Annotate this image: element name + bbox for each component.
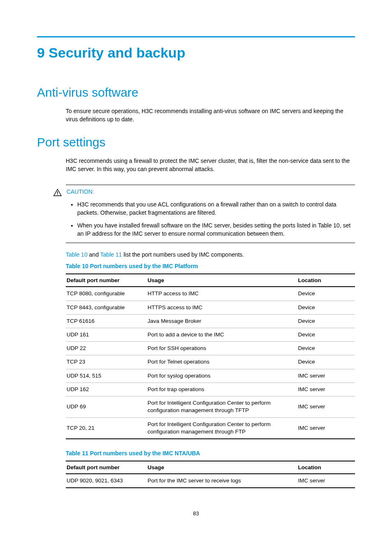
table-cell-location: Device [297, 355, 355, 369]
table-cell-location: IMC server [297, 369, 355, 382]
table-row: TCP 61616Java Message BrokerDevice [66, 314, 355, 328]
table-row: TCP 23Port for Telnet operationsDevice [66, 355, 355, 369]
table-cell-usage: HTTPS access to IMC [147, 301, 297, 314]
top-rule [37, 36, 355, 37]
portsettings-body: H3C recommends using a firewall to prote… [66, 157, 355, 174]
table-cell-port: UDP 9020, 9021, 6343 [66, 474, 147, 488]
table-cell-port: TCP 8080, configurable [66, 287, 147, 301]
table-cell-port: UDP 514, 515 [66, 369, 147, 382]
section-antivirus-title: Anti-virus software [37, 86, 355, 100]
table-row: UDP 162Port for trap operationsIMC serve… [66, 382, 355, 396]
antivirus-body: To ensure secure operations, H3C recomme… [66, 107, 355, 124]
table-row: UDP 514, 515Port for syslog operationsIM… [66, 369, 355, 382]
table-cell-location: Device [297, 328, 355, 342]
table-row: TCP 8080, configurableHTTP access to IMC… [66, 287, 355, 301]
table11-header-port: Default port number [66, 461, 147, 474]
table11-header-location: Location [297, 461, 355, 474]
table-cell-usage: Port for trap operations [147, 382, 297, 396]
page-number: 83 [0, 510, 392, 517]
table-cell-location: Device [297, 287, 355, 301]
table-cell-location: IMC server [297, 382, 355, 396]
table-cell-usage: Port for syslog operations [147, 369, 297, 382]
caution-box: CAUTION: H3C recommends that you use ACL… [66, 185, 355, 243]
table-cell-location: Device [297, 314, 355, 328]
svg-rect-0 [57, 191, 58, 194]
table-row: UDP 22Port for SSH operationsDevice [66, 342, 355, 355]
caution-icon [53, 189, 64, 198]
table11-link[interactable]: Table 11 [100, 251, 122, 258]
table-cell-usage: Port for the IMC server to receive logs [147, 474, 297, 488]
table-row: TCP 8443, configurableHTTPS access to IM… [66, 301, 355, 314]
table-cell-port: UDP 161 [66, 328, 147, 342]
caution-item: When you have installed firewall softwar… [77, 221, 355, 238]
ref-mid: and [88, 251, 100, 258]
table10: Default port number Usage Location TCP 8… [66, 273, 355, 439]
table-cell-usage: Java Message Broker [147, 314, 297, 328]
table-row: UDP 69Port for Intelligent Configuration… [66, 396, 355, 417]
table-cell-location: IMC server [297, 396, 355, 417]
table-cell-usage: Port to add a device to the IMC [147, 328, 297, 342]
table-cell-port: TCP 8443, configurable [66, 301, 147, 314]
table-cell-port: UDP 162 [66, 382, 147, 396]
table-row: UDP 9020, 9021, 6343Port for the IMC ser… [66, 474, 355, 488]
chapter-title: 9 Security and backup [37, 45, 355, 61]
table-cell-usage: Port for Intelligent Configuration Cente… [147, 396, 297, 417]
table10-link[interactable]: Table 10 [66, 251, 88, 258]
table-cell-usage: Port for Telnet operations [147, 355, 297, 369]
table-cell-port: TCP 61616 [66, 314, 147, 328]
table-cell-port: TCP 23 [66, 355, 147, 369]
table-cell-location: Device [297, 342, 355, 355]
table-cell-usage: Port for Intelligent Configuration Cente… [147, 417, 297, 439]
ref-rest: list the port numbers used by IMC compon… [122, 251, 244, 258]
table-ref-text: Table 10 and Table 11 list the port numb… [66, 251, 355, 258]
table-row: UDP 161Port to add a device to the IMCDe… [66, 328, 355, 342]
caution-label: CAUTION: [67, 188, 94, 195]
table10-header-usage: Usage [147, 274, 297, 287]
table-cell-location: IMC server [297, 474, 355, 488]
table-cell-usage: Port for SSH operations [147, 342, 297, 355]
table-cell-port: UDP 22 [66, 342, 147, 355]
section-portsettings-title: Port settings [37, 135, 355, 149]
table11-header-usage: Usage [147, 461, 297, 474]
table11: Default port number Usage Location UDP 9… [66, 461, 355, 488]
table-cell-usage: HTTP access to IMC [147, 287, 297, 301]
table-cell-location: IMC server [297, 417, 355, 439]
table-cell-location: Device [297, 301, 355, 314]
table10-header-port: Default port number [66, 274, 147, 287]
table-cell-port: UDP 69 [66, 396, 147, 417]
svg-rect-1 [57, 194, 58, 195]
table11-title: Table 11 Port numbers used by the IMC NT… [66, 450, 355, 457]
table10-title: Table 10 Port numbers used by the IMC Pl… [66, 263, 355, 269]
table-cell-port: TCP 20, 21 [66, 417, 147, 439]
caution-item: H3C recommends that you use ACL configur… [77, 200, 355, 217]
table10-header-location: Location [297, 274, 355, 287]
table-row: TCP 20, 21Port for Intelligent Configura… [66, 417, 355, 439]
